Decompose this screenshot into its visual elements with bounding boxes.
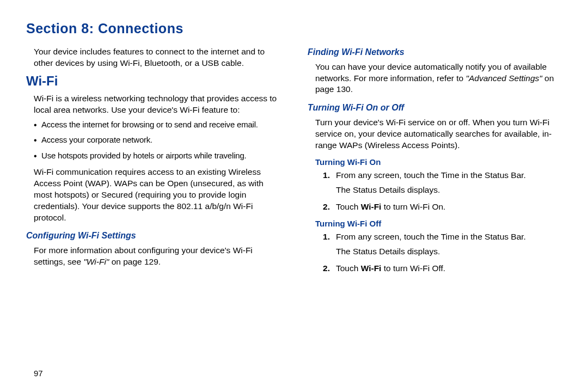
wifi-feature-list: Access the internet for browsing or to s… [34,119,280,161]
text: Touch [336,202,361,211]
page-number: 97 [34,369,43,378]
text: The Status Details displays. [336,185,562,196]
turning-on-steps: From any screen, touch the Time in the S… [323,170,562,213]
section-title: Section 8: Connections [26,21,562,36]
text: on page 129. [109,257,161,266]
finding-networks-paragraph: You can have your device automatically n… [315,62,562,96]
text: to turn Wi-Fi Off. [381,264,445,273]
text: The Status Details displays. [336,246,562,258]
step-item: From any screen, touch the Time in the S… [323,231,562,258]
text: to turn Wi-Fi On. [381,202,445,211]
text: From any screen, touch the Time in the S… [336,232,526,241]
reference-link: "Advanced Settings" [466,74,542,83]
wifi-heading: Wi-Fi [26,72,280,90]
step-item: Touch Wi-Fi to turn Wi-Fi On. [323,201,562,213]
wifi-label: Wi-Fi [361,264,382,273]
turning-off-steps: From any screen, touch the Time in the S… [323,231,562,274]
list-item: Access the internet for browsing or to s… [34,119,280,130]
wifi-label: Wi-Fi [361,202,382,211]
turning-off-heading: Turning Wi-Fi Off [308,218,562,229]
turning-on-heading: Turning Wi-Fi On [308,157,562,168]
wap-paragraph: Wi-Fi communication requires access to a… [34,167,280,224]
configuring-heading: Configuring Wi-Fi Settings [26,230,280,242]
wifi-description: Wi-Fi is a wireless networking technolog… [34,93,280,116]
intro-paragraph: Your device includes features to connect… [34,46,280,69]
text: From any screen, touch the Time in the S… [336,170,526,180]
reference-link: "Wi-Fi" [83,257,109,266]
text: Touch [336,264,361,273]
list-item: Use hotspots provided by hotels or airpo… [34,150,280,161]
list-item: Access your corporate network. [34,134,280,145]
step-item: From any screen, touch the Time in the S… [323,170,562,196]
configuring-paragraph: For more information about configuring y… [34,245,280,268]
right-column: Finding Wi-Fi Networks You can have your… [308,46,562,280]
turning-onoff-heading: Turning Wi-Fi On or Off [308,102,562,114]
turning-onoff-paragraph: Turn your device's Wi-Fi service on or o… [315,117,562,151]
left-column: Your device includes features to connect… [26,46,280,280]
step-item: Touch Wi-Fi to turn Wi-Fi Off. [323,263,562,274]
two-column-layout: Your device includes features to connect… [26,46,562,280]
finding-networks-heading: Finding Wi-Fi Networks [308,46,562,58]
